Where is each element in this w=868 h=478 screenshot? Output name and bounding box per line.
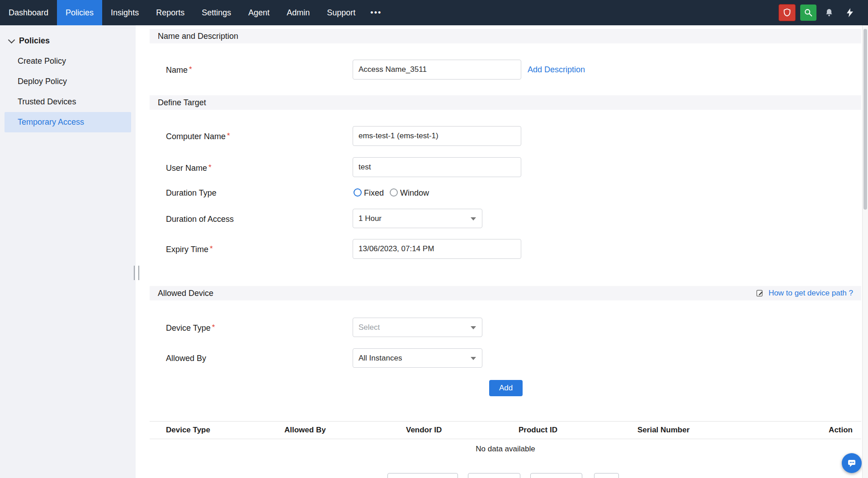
vertical-scrollbar-thumb[interactable]: [863, 29, 867, 210]
sidebar-item-temporary-access[interactable]: Temporary Access: [5, 112, 131, 132]
bottom-action-button-4[interactable]: [594, 473, 619, 478]
required-asterisk: *: [210, 244, 213, 253]
chevron-down-icon: [8, 36, 15, 43]
left-sidebar: Policies Create Policy Deploy Policy Tru…: [0, 25, 136, 478]
top-navigation-bar: Dashboard Policies Insights Reports Sett…: [0, 0, 868, 25]
computer-name-label: Computer Name*: [166, 131, 230, 141]
vertical-scrollbar-track[interactable]: [862, 25, 868, 478]
bottom-action-button-3[interactable]: [530, 473, 582, 478]
device-table-header: Device Type Allowed By Vendor ID Product…: [150, 421, 861, 439]
chevron-down-icon: [471, 217, 476, 220]
device-path-help-icon: [755, 289, 764, 298]
section-define-target: Define Target: [150, 95, 861, 110]
add-device-button[interactable]: Add: [489, 380, 523, 396]
duration-of-access-label-text: Duration of Access: [166, 215, 234, 224]
chat-bubble-icon: [846, 458, 857, 469]
chevron-down-icon: [471, 357, 476, 360]
user-name-label-text: User Name: [166, 164, 207, 173]
radio-fixed-label[interactable]: Fixed: [364, 188, 384, 198]
required-asterisk: *: [189, 65, 192, 74]
nav-settings[interactable]: Settings: [193, 0, 240, 25]
name-label: Name*: [166, 65, 192, 75]
computer-name-input[interactable]: [353, 126, 521, 146]
nav-support[interactable]: Support: [318, 0, 364, 25]
radio-window[interactable]: [390, 188, 398, 197]
main-content: Name and Description Name* Add Descripti…: [136, 25, 863, 478]
computer-name-label-text: Computer Name: [166, 132, 226, 141]
device-type-label-text: Device Type: [166, 323, 211, 333]
column-serial-number: Serial Number: [637, 426, 689, 435]
notifications-bell-icon[interactable]: [821, 5, 837, 21]
nav-policies[interactable]: Policies: [57, 0, 102, 25]
bottom-action-button-2[interactable]: [468, 473, 520, 478]
section-title: Allowed Device: [158, 289, 213, 298]
add-description-link[interactable]: Add Description: [528, 65, 585, 75]
device-type-placeholder: Select: [359, 323, 380, 332]
column-vendor-id: Vendor ID: [406, 426, 442, 435]
security-shield-icon[interactable]: [778, 4, 796, 21]
nav-insights[interactable]: Insights: [102, 0, 147, 25]
nav-more-ellipsis[interactable]: •••: [364, 0, 388, 25]
device-path-help: How to get device path ?: [755, 289, 853, 298]
section-title: Name and Description: [158, 32, 238, 41]
sidebar-item-trusted-devices[interactable]: Trusted Devices: [0, 92, 136, 112]
sidebar-item-create-policy[interactable]: Create Policy: [0, 51, 136, 71]
nav-admin[interactable]: Admin: [278, 0, 318, 25]
nav-menu: Dashboard Policies Insights Reports Sett…: [0, 0, 388, 25]
user-name-label: User Name*: [166, 163, 212, 173]
quick-actions-flash-icon[interactable]: [842, 5, 858, 21]
section-title: Define Target: [158, 98, 206, 108]
search-icon[interactable]: [800, 5, 816, 21]
radio-window-label[interactable]: Window: [400, 188, 429, 198]
panel-resize-handle[interactable]: [134, 266, 139, 280]
required-asterisk: *: [212, 323, 215, 332]
column-device-type: Device Type: [166, 426, 210, 435]
duration-of-access-select[interactable]: 1 Hour: [353, 209, 482, 228]
table-empty-message: No data available: [150, 445, 861, 454]
section-allowed-device: Allowed Device How to get device path ?: [150, 286, 861, 300]
flash-glyph: [844, 7, 855, 18]
allowed-by-value: All Instances: [359, 354, 402, 363]
duration-type-label: Duration Type: [166, 188, 217, 198]
expiry-time-input[interactable]: [353, 239, 521, 259]
chat-widget-button[interactable]: [842, 453, 862, 473]
nav-dashboard[interactable]: Dashboard: [0, 0, 57, 25]
nav-reports[interactable]: Reports: [147, 0, 193, 25]
how-to-get-device-path-link[interactable]: How to get device path ?: [769, 289, 853, 298]
column-product-id: Product ID: [519, 426, 557, 435]
duration-of-access-label: Duration of Access: [166, 214, 234, 224]
allowed-by-label: Allowed By: [166, 353, 206, 363]
column-action: Action: [829, 426, 853, 435]
required-asterisk: *: [227, 131, 230, 140]
required-asterisk: *: [208, 163, 212, 172]
sidebar-policies-header[interactable]: Policies: [0, 25, 136, 51]
device-type-select[interactable]: Select: [353, 318, 482, 337]
bell-glyph: [824, 7, 835, 18]
column-allowed-by: Allowed By: [284, 426, 326, 435]
radio-fixed[interactable]: [354, 188, 362, 197]
name-input[interactable]: [353, 60, 521, 80]
allowed-by-label-text: Allowed By: [166, 354, 206, 363]
allowed-by-select[interactable]: All Instances: [353, 348, 482, 368]
nav-agent[interactable]: Agent: [240, 0, 278, 25]
sidebar-item-deploy-policy[interactable]: Deploy Policy: [0, 71, 136, 92]
bottom-action-button-1[interactable]: [387, 473, 458, 478]
section-name-description: Name and Description: [150, 29, 861, 43]
sidebar-header-label: Policies: [19, 36, 50, 46]
duration-of-access-value: 1 Hour: [359, 214, 382, 223]
duration-type-label-text: Duration Type: [166, 188, 217, 197]
name-label-text: Name: [166, 66, 188, 75]
nav-icon-group: [778, 0, 868, 25]
chevron-down-icon: [471, 326, 476, 329]
shield-glyph: [782, 8, 792, 18]
expiry-time-label-text: Expiry Time: [166, 245, 208, 254]
device-type-label: Device Type*: [166, 323, 215, 333]
magnifier-glyph: [803, 8, 813, 18]
user-name-input[interactable]: [353, 157, 521, 177]
expiry-time-label: Expiry Time*: [166, 244, 213, 254]
